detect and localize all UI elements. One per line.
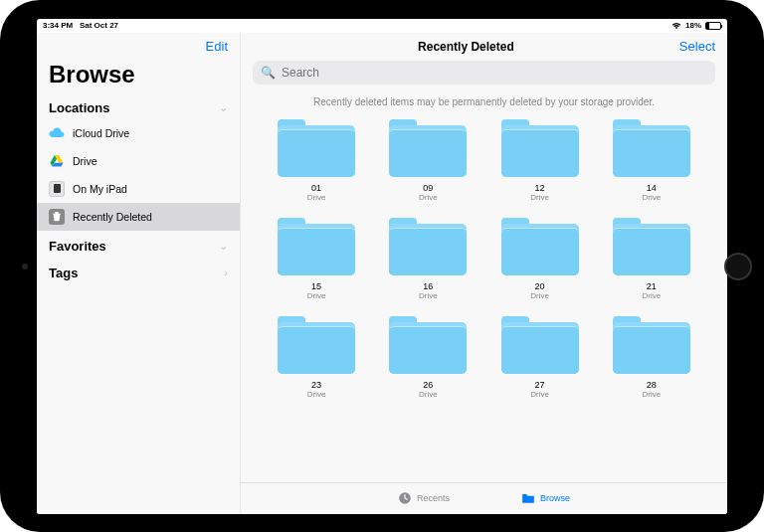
folder-name: 14 [647,183,657,193]
chevron-down-icon: ⌄ [219,101,228,114]
search-wrap: 🔍 [241,61,727,89]
battery-icon [705,22,721,30]
status-left: 3:34 PM Sat Oct 27 [43,21,118,30]
status-bar: 3:34 PM Sat Oct 27 18% [37,19,727,33]
folder-source: Drive [307,390,326,399]
folder-source: Drive [419,291,438,300]
sidebar-item-drive[interactable]: Drive [37,147,240,175]
folder-name: 15 [311,281,321,291]
sidebar-item-label: Drive [73,155,97,167]
folder-name: 12 [535,183,545,193]
folder-name: 28 [647,380,657,390]
folder-icon [278,119,355,177]
folder-item[interactable]: 09Drive [376,119,479,202]
chevron-right-icon: › [224,266,228,278]
select-button[interactable]: Select [679,39,715,54]
page-title: Recently Deleted [418,40,514,54]
tab-label: Recents [417,493,450,503]
folder-name: 16 [423,281,433,291]
favorites-section[interactable]: Favorites ⌄ [37,231,240,258]
folder-source: Drive [307,291,326,300]
folder-item[interactable]: 26Drive [376,316,479,399]
folder-item[interactable]: 21Drive [600,218,703,300]
folder-item[interactable]: 15Drive [265,218,368,300]
sidebar-item-on-my-ipad[interactable]: On My iPad [37,175,240,203]
sidebar-item-recently-deleted[interactable]: Recently Deleted [37,203,240,231]
status-date: Sat Oct 27 [80,21,118,30]
folder-source: Drive [307,193,326,202]
folder-item[interactable]: 12Drive [488,119,592,202]
google-drive-icon [49,153,65,169]
notice-text: Recently deleted items may be permanentl… [241,89,727,119]
search-icon: 🔍 [261,66,276,80]
tab-recents[interactable]: Recents [398,491,450,505]
icloud-icon [49,125,65,141]
folder-source: Drive [530,390,549,399]
tags-label: Tags [49,266,78,280]
folder-icon [278,218,355,275]
folder-icon [389,316,467,374]
folder-item[interactable]: 20Drive [488,218,592,300]
folder-item[interactable]: 01Drive [265,119,368,202]
status-time: 3:34 PM [43,21,73,30]
folder-name: 09 [423,183,433,193]
sidebar-item-label: On My iPad [73,183,127,195]
folder-name: 23 [311,380,321,390]
status-right: 18% [671,21,721,30]
browse-heading: Browse [37,61,240,92]
tab-browse[interactable]: Browse [521,491,570,505]
favorites-label: Favorites [49,239,106,254]
chevron-down-icon: ⌄ [219,240,228,253]
home-button[interactable] [724,253,752,280]
folder-item[interactable]: 27Drive [488,316,592,399]
ipad-icon [49,181,65,197]
folder-icon [501,119,579,177]
tab-bar: Recents Browse [241,482,727,514]
folder-icon [613,316,690,374]
sidebar-top: Edit [37,33,240,61]
folder-name: 21 [647,281,657,291]
locations-section[interactable]: Locations ⌄ [37,92,240,119]
folder-item[interactable]: 23Drive [265,316,368,399]
wifi-icon [671,22,681,30]
folder-source: Drive [530,291,549,300]
folder-icon [389,119,467,177]
folder-icon [613,119,690,177]
folder-source: Drive [419,390,438,399]
folder-source: Drive [643,291,662,300]
folder-item[interactable]: 16Drive [376,218,479,300]
search-input[interactable] [282,66,707,80]
folder-item[interactable]: 14Drive [600,119,703,202]
folder-name: 01 [311,183,321,193]
sidebar: Edit Browse Locations ⌄ iCloud Drive [37,33,241,514]
main-top: Recently Deleted Select [241,33,727,61]
files-app: Edit Browse Locations ⌄ iCloud Drive [37,33,727,514]
folder-source: Drive [419,193,438,202]
tags-section[interactable]: Tags › [37,258,240,284]
sidebar-item-label: iCloud Drive [73,127,129,139]
tab-label: Browse [540,493,570,503]
folder-icon [389,218,467,275]
folder-icon [521,491,535,505]
folder-name: 26 [423,380,433,390]
edit-button[interactable]: Edit [206,39,228,54]
search-field[interactable]: 🔍 [253,61,715,85]
folder-item[interactable]: 28Drive [600,316,703,399]
folder-source: Drive [530,193,549,202]
sidebar-item-label: Recently Deleted [73,211,152,223]
folder-icon [613,218,690,275]
trash-icon [49,209,65,225]
battery-pct: 18% [685,21,701,30]
locations-label: Locations [49,100,109,115]
screen: 3:34 PM Sat Oct 27 18% Edit Browse Locat… [37,19,727,514]
main-pane: Recently Deleted Select 🔍 Recently delet… [241,33,727,514]
folder-name: 20 [535,281,545,291]
folder-grid-scroll[interactable]: 01Drive09Drive12Drive14Drive15Drive16Dri… [241,119,727,482]
folder-icon [501,218,579,275]
folder-source: Drive [643,390,662,399]
folder-icon [278,316,355,374]
sidebar-item-icloud[interactable]: iCloud Drive [37,119,240,147]
folder-source: Drive [643,193,662,202]
folder-grid: 01Drive09Drive12Drive14Drive15Drive16Dri… [241,119,727,399]
folder-name: 27 [535,380,545,390]
